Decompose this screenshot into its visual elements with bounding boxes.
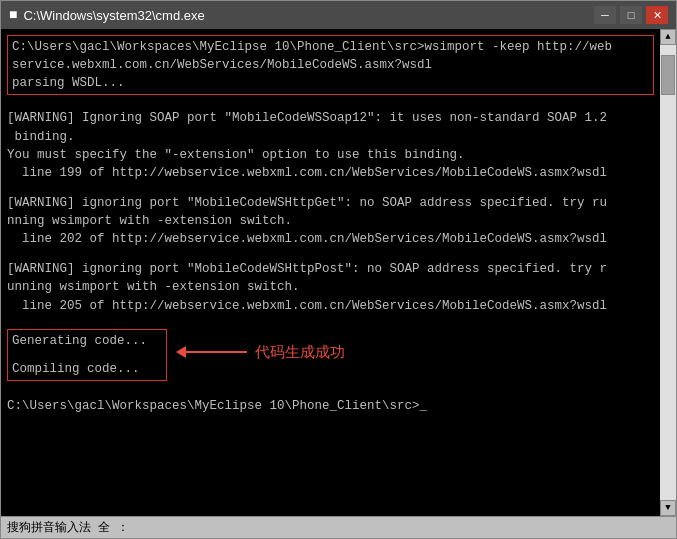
- command-block: C:\Users\gacl\Workspaces\MyEclipse 10\Ph…: [7, 35, 654, 95]
- title-bar: ■ C:\Windows\system32\cmd.exe ─ □ ✕: [1, 1, 676, 29]
- title-bar-controls: ─ □ ✕: [594, 6, 668, 24]
- cmd-icon: ■: [9, 7, 17, 23]
- window-title: C:\Windows\system32\cmd.exe: [23, 8, 204, 23]
- terminal-line: unning wsimport with -extension switch.: [7, 278, 654, 296]
- scroll-up-button[interactable]: ▲: [660, 29, 676, 45]
- terminal-line: line 205 of http://webservice.webxml.com…: [7, 297, 654, 315]
- close-button[interactable]: ✕: [646, 6, 668, 24]
- terminal-line: parsing WSDL...: [12, 74, 649, 92]
- terminal-line: nning wsimport with -extension switch.: [7, 212, 654, 230]
- arrowhead: [176, 346, 186, 358]
- annotation-label: 代码生成成功: [255, 341, 345, 363]
- generating-line: Generating code...: [12, 332, 162, 350]
- maximize-button[interactable]: □: [620, 6, 642, 24]
- compiling-line: Compiling code...: [12, 360, 162, 378]
- terminal[interactable]: C:\Users\gacl\Workspaces\MyEclipse 10\Ph…: [1, 29, 660, 516]
- scrollbar[interactable]: ▲ ▼: [660, 29, 676, 516]
- scroll-down-button[interactable]: ▼: [660, 500, 676, 516]
- statusbar-text: 搜狗拼音输入法 全 ：: [7, 519, 129, 536]
- prompt-line: C:\Users\gacl\Workspaces\MyEclipse 10\Ph…: [7, 397, 654, 415]
- annotation: 代码生成成功: [177, 341, 345, 363]
- terminal-line: line 199 of http://webservice.webxml.com…: [7, 164, 654, 182]
- generating-block: Generating code... Compiling code...: [7, 329, 167, 381]
- title-bar-left: ■ C:\Windows\system32\cmd.exe: [9, 7, 205, 23]
- statusbar: 搜狗拼音输入法 全 ：: [1, 516, 676, 538]
- terminal-line: [WARNING] Ignoring SOAP port "MobileCode…: [7, 109, 654, 127]
- terminal-line: C:\Users\gacl\Workspaces\MyEclipse 10\Ph…: [12, 38, 649, 56]
- content-area: C:\Users\gacl\Workspaces\MyEclipse 10\Ph…: [1, 29, 676, 516]
- terminal-line: You must specify the "-extension" option…: [7, 146, 654, 164]
- minimize-button[interactable]: ─: [594, 6, 616, 24]
- scroll-track[interactable]: [660, 45, 676, 500]
- terminal-line: binding.: [7, 128, 654, 146]
- terminal-line: [WARNING] ignoring port "MobileCodeWSHtt…: [7, 260, 654, 278]
- terminal-line: [WARNING] ignoring port "MobileCodeWSHtt…: [7, 194, 654, 212]
- terminal-line: service.webxml.com.cn/WebServices/Mobile…: [12, 56, 649, 74]
- window: ■ C:\Windows\system32\cmd.exe ─ □ ✕ C:\U…: [0, 0, 677, 539]
- arrow-line: [177, 351, 247, 353]
- terminal-line: line 202 of http://webservice.webxml.com…: [7, 230, 654, 248]
- scroll-thumb[interactable]: [661, 55, 675, 95]
